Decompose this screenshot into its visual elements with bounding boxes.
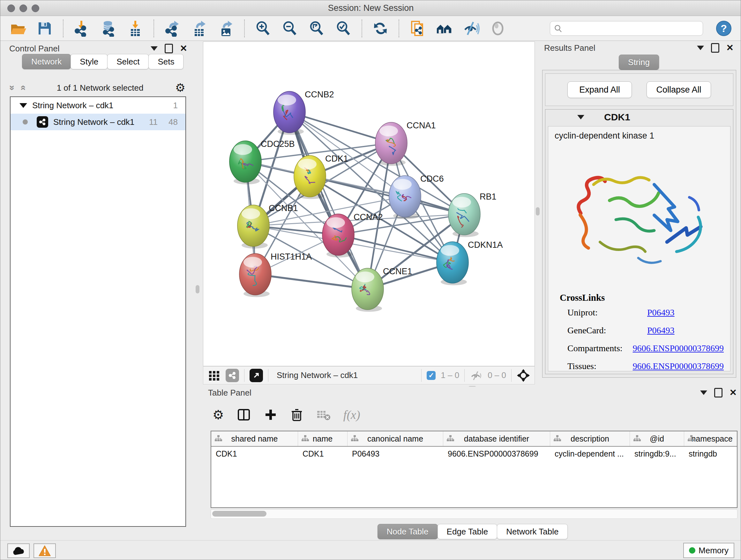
node-CCNB1[interactable]: CCNB1	[238, 203, 298, 248]
zoom-selected-button[interactable]	[335, 20, 352, 37]
home-button[interactable]	[435, 20, 453, 37]
zoom-out-button[interactable]	[281, 20, 298, 37]
table-cell[interactable]: 9606.ENSP00000378699	[443, 447, 550, 461]
apply-layout-button[interactable]	[372, 20, 389, 37]
node-CDKN1A[interactable]: CDKN1A	[436, 240, 503, 285]
column-header-description[interactable]: description	[550, 431, 630, 446]
export-network-button[interactable]	[164, 20, 181, 37]
tab-network-table[interactable]: Network Table	[497, 524, 568, 539]
protein-result-card: CDK1 cyclin-dependent kinase 1	[545, 109, 733, 374]
selected-checkbox-icon[interactable]: ✓	[427, 371, 435, 380]
panel-close-icon[interactable]: ✕	[180, 44, 187, 53]
crosslink-link[interactable]: 9606.ENSP00000378699	[633, 343, 724, 354]
zoom-in-button[interactable]	[254, 20, 272, 37]
expand-all-button[interactable]: Expand All	[567, 81, 632, 98]
column-header--id[interactable]: @id	[630, 431, 684, 446]
table-cell[interactable]: stringdb:9...	[630, 447, 684, 461]
table-cell[interactable]: CDK1	[211, 447, 298, 461]
tab-network[interactable]: Network	[22, 54, 71, 69]
expand-all-icon[interactable]: »	[17, 85, 27, 91]
column-header-shared-name[interactable]: shared name	[211, 431, 298, 446]
memory-button[interactable]: Memory	[683, 543, 734, 558]
results-panel-header: Results Panel ✕	[544, 43, 734, 53]
tab-edge-table[interactable]: Edge Table	[437, 524, 497, 539]
string-view-icon[interactable]	[226, 369, 239, 382]
collapse-all-button[interactable]: Collapse All	[647, 81, 711, 98]
table-horizontal-scrollbar[interactable]	[211, 509, 738, 519]
save-session-button[interactable]	[36, 20, 53, 37]
network-canvas[interactable]: CCNB2CCNA1CDC25BCDK1CDC6RB1CCNB1CCNA2CDK…	[203, 42, 535, 366]
import-table-button[interactable]	[127, 20, 144, 37]
panel-menu-icon[interactable]	[700, 390, 707, 395]
panel-menu-icon[interactable]	[697, 46, 704, 50]
add-column-icon[interactable]	[264, 408, 278, 422]
column-header-namespace[interactable]: namespace	[684, 431, 738, 446]
export-table-button[interactable]	[191, 20, 208, 37]
table-options-gear-icon[interactable]: ⚙	[212, 408, 224, 421]
tab-node-table[interactable]: Node Table	[378, 524, 438, 539]
crosslink-link[interactable]: 9606.ENSP00000378699	[633, 361, 724, 371]
zoom-fit-button[interactable]	[308, 20, 325, 37]
import-network-button[interactable]	[73, 20, 90, 37]
vertical-splitter-handle[interactable]	[536, 207, 540, 215]
column-header-name[interactable]: name	[298, 431, 347, 446]
protein-name: CDK1	[604, 112, 630, 123]
protein-card-header[interactable]: CDK1	[545, 110, 733, 125]
vertical-splitter-handle[interactable]	[196, 285, 199, 294]
node-CCNB2[interactable]: CCNB2	[273, 90, 334, 135]
crosslink-link[interactable]: P06493	[647, 325, 675, 335]
hide-nodes-button[interactable]	[462, 20, 480, 37]
cloud-tasks-button[interactable]	[7, 543, 30, 558]
node-HIST1H1A[interactable]: HIST1H1A	[239, 252, 312, 297]
tab-string[interactable]: String	[619, 55, 659, 70]
collapse-all-icon[interactable]: »	[8, 85, 17, 91]
table-cell[interactable]: cyclin-dependent ...	[550, 447, 630, 461]
node-RB1[interactable]: RB1	[448, 192, 496, 237]
node-CCNE1[interactable]: CCNE1	[352, 266, 412, 312]
panel-menu-icon[interactable]	[151, 46, 158, 51]
node-CCNA1[interactable]: CCNA1	[375, 121, 436, 166]
table-row[interactable]: CDK1CDK1P064939606.ENSP00000378699cyclin…	[211, 447, 737, 461]
grid-mode-icon[interactable]	[208, 369, 220, 382]
crosslink-link[interactable]: P06493	[647, 307, 675, 318]
open-in-window-icon[interactable]	[250, 369, 263, 382]
collapse-card-icon[interactable]	[577, 115, 584, 119]
column-header-database-identifier[interactable]: database identifier	[443, 431, 550, 446]
network-row-selected[interactable]: String Network – cdk1 11 48	[10, 114, 185, 130]
import-database-button[interactable]	[100, 20, 117, 37]
panel-close-icon[interactable]: ✕	[730, 388, 737, 397]
edge-HIST1H1A-CCNE1	[255, 274, 367, 289]
table-cell[interactable]: P06493	[347, 447, 443, 461]
tab-sets[interactable]: Sets	[148, 54, 184, 69]
open-session-button[interactable]	[9, 20, 26, 37]
node-label: CDK1	[325, 154, 348, 164]
tab-select[interactable]: Select	[107, 54, 149, 69]
delete-column-icon[interactable]	[290, 408, 303, 422]
search-box[interactable]	[550, 21, 703, 36]
birdseye-toggle-icon[interactable]	[517, 369, 530, 382]
show-all-button[interactable]	[489, 20, 507, 37]
protein-description: cyclin-dependent kinase 1	[548, 126, 730, 141]
panel-float-icon[interactable]	[165, 44, 173, 53]
network-options-gear-icon[interactable]: ⚙	[175, 82, 185, 94]
warnings-button[interactable]	[33, 543, 56, 558]
help-button[interactable]: ?	[715, 20, 732, 37]
panel-float-icon[interactable]	[714, 388, 723, 397]
search-input[interactable]	[565, 23, 699, 33]
table-cell[interactable]: CDK1	[298, 447, 347, 461]
node-CDC25B[interactable]: CDC25B	[229, 139, 295, 185]
export-image-icon	[218, 20, 234, 37]
scrollbar-thumb[interactable]	[212, 511, 266, 516]
export-image-button[interactable]	[217, 20, 234, 37]
tab-style[interactable]: Style	[71, 54, 108, 69]
hidden-eye-icon	[470, 370, 482, 381]
panel-close-icon[interactable]: ✕	[726, 44, 734, 52]
table-cell[interactable]: stringdb	[684, 447, 738, 461]
clone-network-button[interactable]	[409, 20, 426, 37]
show-columns-icon[interactable]	[237, 408, 251, 422]
panel-float-icon[interactable]	[711, 43, 719, 53]
collection-expand-icon[interactable]	[19, 103, 27, 108]
column-header-canonical-name[interactable]: canonical name	[347, 431, 443, 446]
network-collection-row[interactable]: String Network – cdk1 1	[10, 97, 185, 114]
network-view-toolbar: String Network – cdk1 ✓ 1 – 0 0 – 0	[203, 366, 535, 384]
